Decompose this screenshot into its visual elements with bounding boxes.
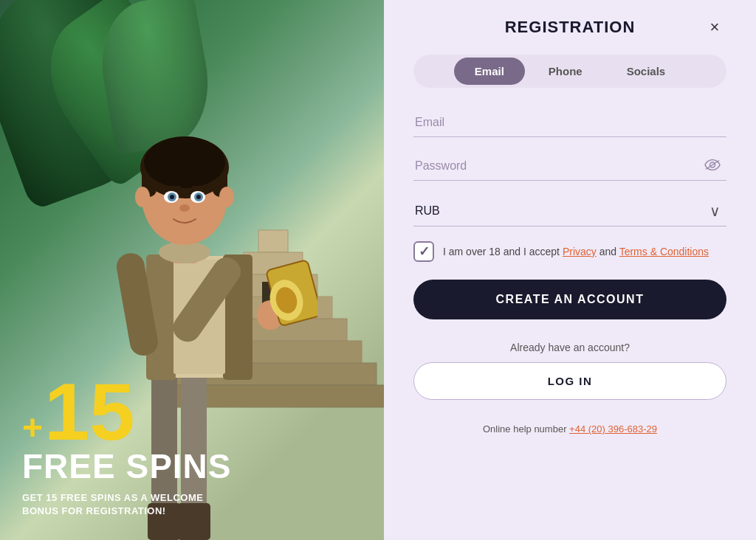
promo-number: 15: [44, 375, 134, 448]
password-input[interactable]: [413, 152, 726, 181]
promo-panel: + 15 FREE SPINS GET 15 FREE SPINS AS A W…: [0, 0, 384, 540]
svg-point-39: [179, 204, 190, 212]
promo-free-spins-label: FREE SPINS: [22, 448, 232, 485]
terms-conditions-link[interactable]: Terms & Conditions: [619, 246, 709, 257]
email-input[interactable]: [413, 108, 726, 137]
help-section: Online help number +44 (20) 396-683-29: [413, 423, 726, 435]
svg-point-38: [196, 195, 201, 199]
terms-checkbox[interactable]: ✓: [413, 241, 434, 262]
modal-header: REGISTRATION ×: [413, 18, 726, 37]
login-section: Already have an account? LOG IN: [413, 342, 726, 400]
terms-label: I am over 18 and I accept Privacy and Te…: [443, 241, 709, 260]
promo-plus: +: [22, 410, 43, 446]
svg-point-40: [135, 187, 150, 207]
already-account-text: Already have an account?: [413, 342, 726, 353]
terms-prefix-text: I am over 18 and I accept: [443, 246, 563, 257]
currency-select[interactable]: RUB USD EUR GBP: [413, 195, 726, 226]
promo-description: GET 15 FREE SPINS AS A WELCOME BONUS FOR…: [22, 491, 229, 518]
password-field-group: [413, 152, 726, 181]
tab-email[interactable]: Email: [454, 58, 525, 85]
password-wrapper: [413, 152, 726, 181]
login-button[interactable]: LOG IN: [413, 362, 726, 400]
help-phone-link[interactable]: +44 (20) 396-683-29: [569, 423, 657, 435]
svg-point-41: [219, 187, 234, 207]
modal-title: REGISTRATION: [505, 18, 636, 37]
svg-point-30: [144, 136, 225, 188]
currency-field-group: RUB USD EUR GBP ∨: [413, 195, 726, 226]
promo-section: + 15 FREE SPINS GET 15 FREE SPINS AS A W…: [22, 375, 232, 518]
tab-phone[interactable]: Phone: [528, 58, 603, 85]
email-field-group: [413, 108, 726, 137]
privacy-link[interactable]: Privacy: [563, 246, 597, 257]
registration-tabs: Email Phone Socials: [413, 55, 726, 88]
svg-rect-32: [192, 186, 210, 189]
help-label: Online help number: [483, 423, 569, 435]
registration-modal: REGISTRATION × Email Phone Socials RUB U: [384, 0, 756, 540]
svg-rect-31: [162, 186, 181, 189]
password-toggle-icon[interactable]: [704, 159, 721, 174]
terms-and-text: and: [599, 246, 619, 257]
checkmark-icon: ✓: [419, 243, 430, 260]
terms-checkbox-row: ✓ I am over 18 and I accept Privacy and …: [413, 241, 726, 262]
svg-point-37: [170, 195, 174, 199]
tab-socials[interactable]: Socials: [606, 58, 687, 85]
create-account-button[interactable]: CREATE AN ACCOUNT: [413, 280, 726, 319]
close-button[interactable]: ×: [703, 15, 726, 39]
